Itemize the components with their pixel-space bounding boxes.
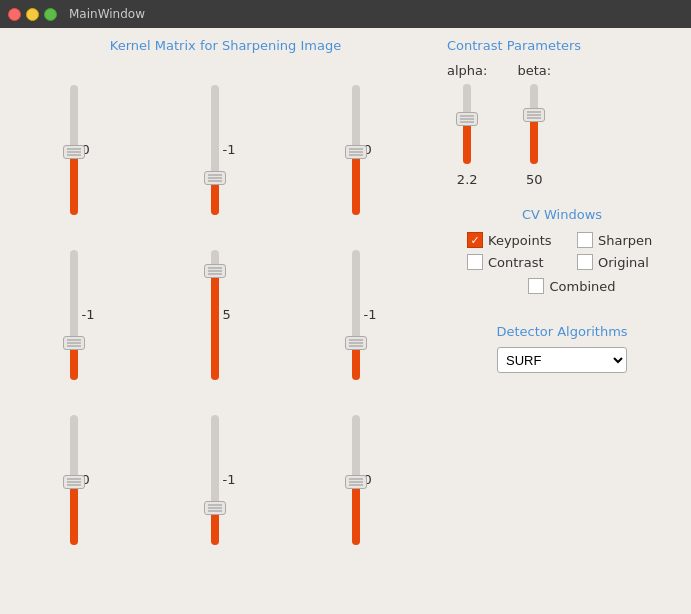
- slider-container-3: -1: [70, 250, 100, 380]
- kernel-title: Kernel Matrix for Sharpening Image: [14, 38, 437, 53]
- sharpen-checkbox[interactable]: [577, 232, 593, 248]
- detector-select[interactable]: SURF SIFT ORB FAST: [497, 347, 627, 373]
- kernel-cell-7: -1: [155, 397, 296, 562]
- v-slider-track-2[interactable]: [352, 85, 360, 215]
- kernel-cell-5: -1: [296, 232, 437, 397]
- alpha-slider-thumb[interactable]: [456, 112, 478, 126]
- checkbox-contrast[interactable]: Contrast: [467, 254, 567, 270]
- keypoints-checkmark: ✓: [470, 234, 479, 247]
- sharpen-label: Sharpen: [598, 233, 652, 248]
- slider-container-6: 0: [70, 415, 100, 545]
- v-slider-fill-0: [70, 150, 78, 215]
- kernel-cell-0: 0: [14, 67, 155, 232]
- detector-title: Detector Algorithms: [447, 324, 677, 339]
- original-label: Original: [598, 255, 649, 270]
- v-slider-track-3[interactable]: [70, 250, 78, 380]
- v-slider-thumb-6[interactable]: [63, 475, 85, 489]
- kernel-cell-1: -1: [155, 67, 296, 232]
- slider-value-7: -1: [223, 472, 241, 487]
- v-slider-track-7[interactable]: [211, 415, 219, 545]
- kernel-cell-6: 0: [14, 397, 155, 562]
- detector-section: Detector Algorithms SURF SIFT ORB FAST: [447, 324, 677, 373]
- detector-select-wrapper: SURF SIFT ORB FAST: [447, 347, 677, 373]
- kernel-grid: 0 -1 0: [14, 67, 437, 562]
- slider-value-5: -1: [364, 307, 382, 322]
- slider-value-4: 5: [223, 307, 241, 322]
- v-slider-fill-6: [70, 480, 78, 545]
- contrast-sliders: alpha: 2.2 beta: 50: [447, 63, 677, 187]
- checkbox-combined[interactable]: Combined: [528, 278, 615, 294]
- kernel-cell-3: -1: [14, 232, 155, 397]
- kernel-panel: Kernel Matrix for Sharpening Image 0: [14, 38, 437, 604]
- checkbox-sharpen[interactable]: Sharpen: [577, 232, 677, 248]
- slider-container-2: 0: [352, 85, 382, 215]
- v-slider-track-4[interactable]: [211, 250, 219, 380]
- v-slider-thumb-8[interactable]: [345, 475, 367, 489]
- v-slider-track-6[interactable]: [70, 415, 78, 545]
- alpha-slider-track[interactable]: [463, 84, 471, 164]
- contrast-label: Contrast: [488, 255, 544, 270]
- beta-label: beta:: [517, 63, 551, 78]
- combined-checkbox[interactable]: [528, 278, 544, 294]
- v-slider-track-5[interactable]: [352, 250, 360, 380]
- v-slider-thumb-0[interactable]: [63, 145, 85, 159]
- v-slider-track-1[interactable]: [211, 85, 219, 215]
- combined-label: Combined: [549, 279, 615, 294]
- cv-windows-section: CV Windows ✓ Keypoints Sharpen Cont: [447, 207, 677, 294]
- v-slider-thumb-5[interactable]: [345, 336, 367, 350]
- contrast-section: Contrast Parameters alpha: 2.2 beta:: [447, 38, 677, 187]
- slider-value-3: -1: [82, 307, 100, 322]
- keypoints-label: Keypoints: [488, 233, 552, 248]
- right-panel: Contrast Parameters alpha: 2.2 beta:: [447, 38, 677, 604]
- minimize-button[interactable]: [26, 8, 39, 21]
- alpha-group: alpha: 2.2: [447, 63, 487, 187]
- cv-checkboxes: ✓ Keypoints Sharpen Contrast Origin: [447, 232, 677, 294]
- slider-container-8: 0: [352, 415, 382, 545]
- slider-value-1: -1: [223, 142, 241, 157]
- v-slider-thumb-2[interactable]: [345, 145, 367, 159]
- v-slider-thumb-1[interactable]: [204, 171, 226, 185]
- cv-windows-title: CV Windows: [447, 207, 677, 222]
- original-checkbox[interactable]: [577, 254, 593, 270]
- checkbox-combined-row: Combined: [467, 278, 677, 294]
- slider-container-7: -1: [211, 415, 241, 545]
- checkbox-original[interactable]: Original: [577, 254, 677, 270]
- v-slider-thumb-7[interactable]: [204, 501, 226, 515]
- v-slider-fill-4: [211, 269, 219, 380]
- beta-value: 50: [526, 172, 543, 187]
- slider-container-1: -1: [211, 85, 241, 215]
- window-title: MainWindow: [69, 7, 145, 21]
- keypoints-checkbox[interactable]: ✓: [467, 232, 483, 248]
- v-slider-track-8[interactable]: [352, 415, 360, 545]
- close-button[interactable]: [8, 8, 21, 21]
- v-slider-thumb-4[interactable]: [204, 264, 226, 278]
- slider-container-0: 0: [70, 85, 100, 215]
- kernel-cell-2: 0: [296, 67, 437, 232]
- alpha-label: alpha:: [447, 63, 487, 78]
- slider-container-4: 5: [211, 250, 241, 380]
- alpha-value: 2.2: [457, 172, 478, 187]
- window-controls: [8, 8, 57, 21]
- beta-slider-fill: [530, 116, 538, 164]
- kernel-cell-4: 5: [155, 232, 296, 397]
- beta-group: beta: 50: [517, 63, 551, 187]
- checkbox-keypoints[interactable]: ✓ Keypoints: [467, 232, 567, 248]
- contrast-checkbox[interactable]: [467, 254, 483, 270]
- v-slider-fill-2: [352, 150, 360, 215]
- alpha-slider-fill: [463, 120, 471, 164]
- main-content: Kernel Matrix for Sharpening Image 0: [0, 28, 691, 614]
- contrast-title: Contrast Parameters: [447, 38, 677, 53]
- title-bar: MainWindow: [0, 0, 691, 28]
- beta-slider-thumb[interactable]: [523, 108, 545, 122]
- kernel-cell-8: 0: [296, 397, 437, 562]
- v-slider-fill-8: [352, 480, 360, 545]
- maximize-button[interactable]: [44, 8, 57, 21]
- slider-container-5: -1: [352, 250, 382, 380]
- beta-slider-track[interactable]: [530, 84, 538, 164]
- v-slider-thumb-3[interactable]: [63, 336, 85, 350]
- v-slider-track-0[interactable]: [70, 85, 78, 215]
